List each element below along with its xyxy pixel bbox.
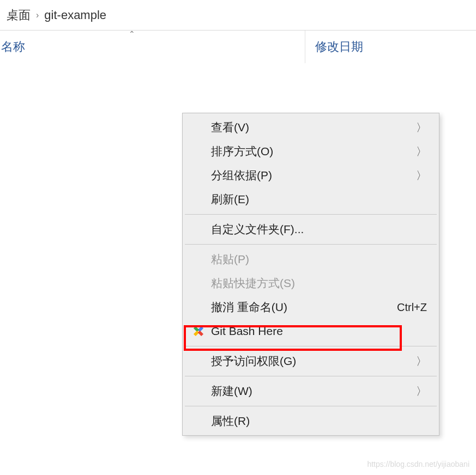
menu-item-label: 查看(V) <box>211 120 416 135</box>
menu-item-label: 粘贴快捷方式(S) <box>211 276 427 291</box>
menu-item-view[interactable]: 查看(V) 〉 <box>184 115 438 139</box>
chevron-right-icon: 〉 <box>416 168 427 183</box>
menu-separator <box>185 346 437 346</box>
svg-rect-2 <box>194 331 199 336</box>
svg-rect-0 <box>198 326 203 332</box>
column-header-modified[interactable]: 修改日期 <box>305 31 363 63</box>
chevron-right-icon: 〉 <box>416 144 427 159</box>
menu-item-label: 排序方式(O) <box>211 144 416 159</box>
breadcrumb[interactable]: 桌面 › git-example <box>0 0 476 31</box>
menu-separator <box>185 376 437 376</box>
menu-item-label: Git Bash Here <box>211 325 427 338</box>
menu-item-label: 自定义文件夹(F)... <box>211 222 427 237</box>
svg-rect-1 <box>194 326 199 332</box>
menu-item-label: 粘贴(P) <box>211 252 427 267</box>
git-icon <box>192 325 204 337</box>
chevron-right-icon: 〉 <box>416 384 427 399</box>
chevron-right-icon: › <box>36 10 39 20</box>
column-headers: ⌃ 名称 修改日期 <box>0 31 476 63</box>
menu-item-label: 属性(R) <box>211 413 427 429</box>
menu-item-sort[interactable]: 排序方式(O) 〉 <box>184 139 438 163</box>
column-label: 修改日期 <box>315 39 363 55</box>
context-menu: 查看(V) 〉 排序方式(O) 〉 分组依据(P) 〉 刷新(E) 自定义文件夹… <box>182 113 439 436</box>
chevron-right-icon: 〉 <box>416 120 427 135</box>
breadcrumb-item[interactable]: git-example <box>44 8 106 22</box>
menu-separator <box>185 244 437 245</box>
menu-item-label: 刷新(E) <box>211 192 427 207</box>
watermark: https://blog.csdn.net/yijiaobani <box>367 460 469 468</box>
svg-rect-3 <box>198 331 203 336</box>
menu-item-customize[interactable]: 自定义文件夹(F)... <box>184 217 438 241</box>
menu-item-git-bash[interactable]: Git Bash Here <box>184 319 438 343</box>
menu-item-label: 撤消 重命名(U) <box>211 300 397 315</box>
menu-separator <box>185 214 437 215</box>
menu-item-label: 新建(W) <box>211 383 416 399</box>
chevron-right-icon: 〉 <box>416 354 427 369</box>
menu-item-refresh[interactable]: 刷新(E) <box>184 187 438 211</box>
menu-item-paste: 粘贴(P) <box>184 247 438 271</box>
menu-item-grant-access[interactable]: 授予访问权限(G) 〉 <box>184 349 438 373</box>
menu-item-label: 授予访问权限(G) <box>211 354 416 369</box>
menu-item-undo-rename[interactable]: 撤消 重命名(U) Ctrl+Z <box>184 295 438 319</box>
sort-caret-icon: ⌃ <box>129 29 135 38</box>
menu-item-properties[interactable]: 属性(R) <box>184 409 438 433</box>
column-label: 名称 <box>1 39 25 55</box>
menu-separator <box>185 406 437 406</box>
column-header-name[interactable]: 名称 <box>0 31 305 63</box>
menu-item-shortcut: Ctrl+Z <box>397 301 427 314</box>
menu-item-label: 分组依据(P) <box>211 168 416 183</box>
menu-item-paste-shortcut: 粘贴快捷方式(S) <box>184 271 438 295</box>
menu-item-group[interactable]: 分组依据(P) 〉 <box>184 163 438 187</box>
menu-item-new[interactable]: 新建(W) 〉 <box>184 379 438 403</box>
breadcrumb-item[interactable]: 桌面 <box>7 7 31 23</box>
